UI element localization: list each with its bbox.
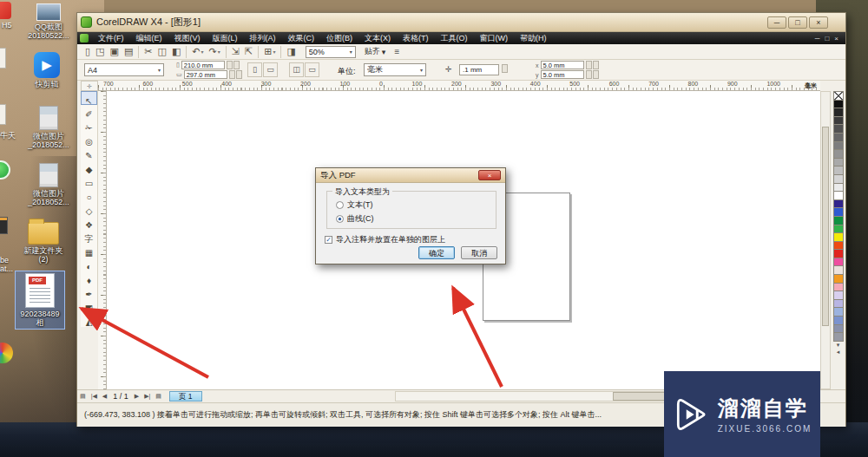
menu-item-2[interactable]: 视图(V) — [168, 32, 207, 44]
toolbar-new-button[interactable]: ▯ — [82, 45, 93, 59]
text-tool[interactable]: 字 — [81, 230, 97, 244]
menu-item-5[interactable]: 效果(C) — [282, 32, 321, 44]
page-nav-button[interactable]: ▶ — [132, 393, 141, 400]
zoom-level-combo[interactable]: 50% ▾ — [306, 46, 356, 58]
toolbar-export-button[interactable]: ⇱ — [242, 45, 255, 59]
crop-tool[interactable]: ✁ — [81, 119, 97, 133]
radio-icon[interactable] — [336, 201, 344, 209]
portrait-button[interactable]: ▯ — [247, 62, 262, 77]
duplicate-y-field[interactable]: 5.0 mm — [541, 70, 584, 79]
nudge-spinner[interactable] — [502, 64, 508, 73]
toolbar-redo-button[interactable]: ↷▾ — [207, 45, 223, 59]
paper-width-field[interactable]: 210.0 mm — [181, 61, 225, 69]
desktop-edge-app-icon[interactable] — [0, 2, 11, 19]
paper-height-spinner[interactable] — [229, 70, 242, 79]
fill-tool[interactable]: ◩ — [81, 299, 97, 313]
shape-tool[interactable]: ✐ — [81, 105, 97, 119]
menu-item-7[interactable]: 文本(X) — [358, 32, 397, 44]
doc-close-button[interactable]: × — [834, 35, 838, 42]
menu-item-1[interactable]: 编辑(E) — [130, 32, 168, 44]
page-nav-button[interactable]: ◀ — [100, 393, 109, 400]
doc-maximize-button[interactable]: □ — [825, 35, 829, 42]
horizontal-ruler[interactable]: 7006005004003002001000100200300400500600… — [98, 81, 820, 91]
page-nav-button[interactable]: ▶| — [141, 393, 153, 400]
landscape-button[interactable]: ▭ — [263, 62, 278, 77]
toolbar-paste-button[interactable]: ◧ — [169, 45, 183, 59]
pick-tool[interactable]: ↖ — [81, 91, 97, 105]
polygon-tool[interactable]: ◇ — [81, 202, 97, 216]
freehand-tool[interactable]: ✎ — [81, 147, 97, 160]
snap-to-button[interactable]: 贴齐 ▾ — [365, 46, 386, 57]
desktop-edge-doc2-icon[interactable] — [0, 104, 6, 125]
desktop-icon-pdf[interactable]: PDF920238489 相 — [16, 271, 64, 329]
dialog-close-button[interactable]: × — [478, 170, 501, 180]
toolbar-open-button[interactable]: ◳ — [93, 45, 107, 59]
menu-item-0[interactable]: 文件(F) — [92, 32, 130, 44]
duplicate-x-spinner[interactable] — [586, 61, 599, 69]
vertical-ruler[interactable] — [98, 91, 107, 389]
toolbar-import-button[interactable]: ⇲ — [229, 45, 242, 59]
desktop-icon-image[interactable]: 微信图片 _2018052... — [24, 106, 73, 149]
toolbar-undo-button[interactable]: ↶▾ — [189, 45, 206, 59]
chevron-down-icon[interactable]: ▾ — [201, 49, 204, 55]
palette-scroll-control[interactable]: ◂ — [837, 349, 840, 356]
doc-minimize-button[interactable]: ─ — [815, 35, 820, 42]
menu-item-10[interactable]: 窗口(W) — [474, 32, 515, 44]
ellipse-tool[interactable]: ○ — [81, 188, 97, 202]
desktop-edge-adobe-icon[interactable] — [0, 217, 8, 234]
toolbar-print-button[interactable]: ▤ — [122, 45, 135, 59]
toolbar-copy-button[interactable]: ◫ — [155, 45, 169, 59]
toolbar-save-button[interactable]: ▣ — [107, 45, 121, 59]
toolbar-welcome-screen-button[interactable]: ◨ — [284, 45, 298, 59]
menu-item-11[interactable]: 帮助(H) — [514, 32, 553, 44]
desktop-edge-doc-icon[interactable] — [0, 48, 6, 69]
menu-item-8[interactable]: 表格(T) — [397, 32, 435, 44]
close-button[interactable]: × — [809, 16, 828, 29]
desktop-icon-image[interactable]: 微信图片 _2018052... — [24, 163, 73, 206]
table-tool[interactable]: ▦ — [81, 244, 97, 258]
outline-tool[interactable]: ✒ — [81, 285, 97, 299]
toolbar-app-launcher-button[interactable]: ⊞▾ — [261, 45, 278, 59]
vertical-scrollbar[interactable] — [820, 91, 831, 389]
chevron-down-icon[interactable]: ▾ — [273, 49, 275, 55]
minimize-button[interactable]: ─ — [767, 16, 786, 29]
interactive-fill-tool[interactable]: ◭ — [81, 313, 97, 327]
desktop-edge-rainbow-app-icon[interactable] — [0, 343, 13, 363]
desktop-icon-play[interactable]: ▶快剪辑 — [23, 52, 71, 88]
options-button[interactable]: ≡ — [394, 47, 399, 56]
palette-scroll-control[interactable]: ▾ — [837, 342, 840, 349]
color-swatch[interactable] — [833, 332, 844, 342]
current-page-button[interactable]: ▭ — [305, 62, 319, 77]
menu-item-6[interactable]: 位图(B) — [320, 32, 358, 44]
chevron-down-icon[interactable]: ▾ — [218, 49, 220, 55]
smart-fill-tool[interactable]: ◆ — [81, 160, 97, 174]
paper-type-combo[interactable]: A4 ▾ — [84, 63, 164, 76]
all-pages-button[interactable]: ◫ — [289, 62, 304, 77]
vertical-scrollbar-thumb[interactable] — [822, 127, 829, 326]
eyedropper-tool[interactable]: ♦ — [81, 271, 97, 285]
zoom-tool[interactable]: ◎ — [81, 133, 97, 147]
paper-height-field[interactable]: 297.0 mm — [184, 70, 227, 79]
toolbar-cut-button[interactable]: ✂ — [141, 45, 155, 59]
ruler-origin-button[interactable]: ✛ — [81, 81, 98, 91]
desktop-edge-green-app-icon[interactable] — [0, 160, 10, 180]
duplicate-y-spinner[interactable] — [586, 70, 599, 79]
radio-text[interactable]: 文本(T) — [336, 199, 373, 211]
page-nav-button[interactable]: ▤ — [153, 393, 164, 400]
page-tab[interactable]: 页 1 — [169, 391, 202, 402]
nudge-offset-field[interactable]: .1 mm — [459, 64, 499, 75]
dialog-title-bar[interactable]: 导入 PDF × — [316, 168, 505, 183]
page-nav-button[interactable]: |◀ — [89, 393, 100, 400]
cancel-button[interactable]: 取消 — [461, 246, 497, 259]
checkbox-icon[interactable]: ✓ — [325, 236, 332, 244]
desktop-icon-screenshot[interactable]: QQ截图 20180522... — [24, 3, 73, 40]
menu-item-9[interactable]: 工具(O) — [435, 32, 474, 44]
radio-icon[interactable] — [336, 215, 344, 223]
menu-item-3[interactable]: 版面(L) — [207, 32, 244, 44]
maximize-button[interactable]: □ — [788, 16, 807, 29]
basic-shapes-tool[interactable]: ❖ — [81, 216, 97, 230]
desktop-icon-folder[interactable]: 新建文件夹 (2) — [19, 217, 68, 264]
paper-width-spinner[interactable] — [227, 61, 240, 69]
radio-curves[interactable]: 曲线(C) — [336, 213, 374, 225]
ok-button[interactable]: 确定 — [418, 246, 455, 259]
